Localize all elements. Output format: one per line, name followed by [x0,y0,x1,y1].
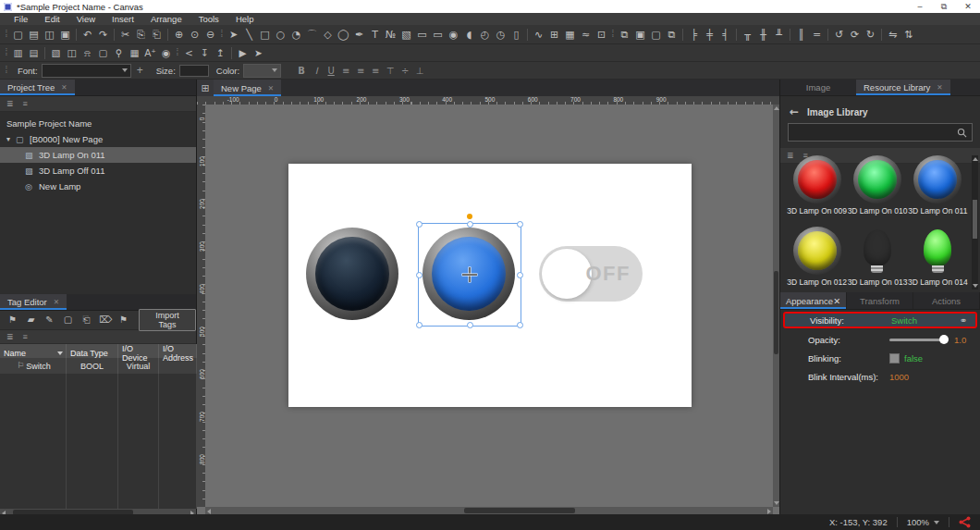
language-icon[interactable]: A⁺ [142,48,158,58]
menu-item[interactable]: View [68,14,104,24]
tag-visibility-icon[interactable]: ◉ [158,48,174,58]
maximize-button[interactable]: ⧉ [932,0,956,13]
rectangle-tool-icon[interactable]: □ [257,30,273,40]
visibility-property-row[interactable]: Visibility: Switch ⚭ [783,312,977,328]
schedule-icon[interactable]: ▦ [562,30,578,40]
blinking-checkbox[interactable] [889,353,900,364]
run-icon[interactable]: ➤ [251,48,266,58]
resize-handle-se[interactable] [517,322,523,328]
xy-chart-icon[interactable]: ≈ [578,30,594,40]
upload-icon[interactable]: ↥ [213,48,228,58]
expand-all-icon[interactable]: ≣ [6,332,14,341]
save-icon[interactable]: ◫ [42,30,57,40]
tree-item[interactable]: ▾ ▢ [B0000] New Page [0,131,196,147]
switch-tool-icon[interactable]: ◖ [461,30,477,40]
library-thumbnail[interactable]: 3D Lamp On 014 [908,227,968,290]
rotate-icon[interactable]: ⟳ [847,30,863,40]
pen-tool-icon[interactable]: ✒ [351,30,367,40]
report-icon[interactable]: ◫ [64,48,80,58]
menu-item[interactable]: File [6,14,36,24]
toggle-switch-object[interactable]: OFF [539,246,643,302]
flip-horizontal-icon[interactable]: ⇋ [885,30,900,40]
library-thumbnail[interactable]: 3D Lamp On 010 [848,155,908,218]
align-top-icon[interactable]: ╥ [740,30,755,40]
library-thumbnail[interactable]: 3D Lamp On 013 [848,227,908,290]
open-project-icon[interactable]: ▤ [26,30,42,40]
tab-tag-editor[interactable]: Tag Editor ✕ [0,294,67,310]
paste-icon[interactable]: ⎗ [149,30,165,40]
align-text-center-icon[interactable]: ≡ [353,66,368,76]
screen-tool-icon[interactable]: ▯ [508,30,524,40]
edit-box-tool-icon[interactable]: ▭ [430,30,446,40]
add-tag-icon[interactable]: ⚑ [6,315,18,325]
arc-tool-icon[interactable]: ⌒ [304,30,320,40]
row-view-icon[interactable]: ▤ [26,48,42,58]
tag-table-row[interactable]: ⚐Switch BOOL Virtual [0,358,196,374]
redo-icon[interactable]: ↷ [95,30,111,40]
line-tool-icon[interactable]: ╲ [241,30,257,40]
scroll-up-icon[interactable] [973,157,978,161]
close-button[interactable]: ✕ [956,0,980,13]
tree-item[interactable]: ◎ New Lamp [0,179,196,194]
scrollbar-thumb[interactable] [774,271,778,354]
select-cursor-icon[interactable]: ➤ [226,30,241,40]
lamp-off-object[interactable] [306,228,398,320]
properties-tab[interactable]: Transform [847,292,913,309]
blink-interval-value[interactable]: 1000 [889,372,909,382]
pie-tool-icon[interactable]: ◔ [288,30,304,40]
send-to-back-icon[interactable]: ⧉ [664,30,680,40]
resize-handle-s[interactable] [467,322,473,328]
rotate-ccw-icon[interactable]: ↺ [831,30,847,40]
rotate-cw-icon[interactable]: ↻ [863,30,878,40]
recipe-icon[interactable]: ▢ [95,48,111,58]
clock-tool-icon[interactable]: ◷ [493,30,508,40]
ellipse-tool-icon[interactable]: ○ [273,30,288,40]
menu-item[interactable]: Arrange [142,14,190,24]
numeric-display-icon[interactable]: № [383,30,398,40]
download-icon[interactable]: ↧ [197,48,213,58]
zoom-control[interactable]: 100% [898,517,949,527]
valign-top-icon[interactable]: ⊤ [383,66,398,76]
gauge-tool-icon[interactable]: ◴ [477,30,493,40]
align-bottom-icon[interactable]: ╨ [771,30,787,40]
export-tags-icon[interactable]: ⚑ [117,315,129,325]
opacity-slider[interactable] [889,339,945,341]
menu-item[interactable]: Tools [190,14,227,24]
tab-image[interactable]: Image [780,80,856,95]
copy-icon[interactable]: ⎘ [133,30,149,40]
browser-icon[interactable]: ⊡ [594,30,609,40]
library-thumbnail[interactable]: 3D Lamp On 012 [787,227,847,290]
library-scrollbar[interactable] [972,155,978,290]
properties-tab[interactable]: Actions [913,292,980,309]
ungroup-icon[interactable]: ▢ [648,30,664,40]
tab-project-tree[interactable]: Project Tree ✕ [0,80,75,95]
size-input[interactable] [179,65,209,77]
new-file-icon[interactable]: ▢ [10,30,26,40]
zoom-out-icon[interactable]: ⊖ [202,30,218,40]
canvas-vscrollbar[interactable] [773,105,779,507]
menu-item[interactable]: Insert [104,14,142,24]
align-middle-icon[interactable]: ╫ [755,30,771,40]
button-tool-icon[interactable]: ▭ [414,30,430,40]
trend-chart-icon[interactable]: ∿ [531,30,546,40]
minimize-button[interactable]: – [908,0,932,13]
page-canvas[interactable]: OFF [288,164,692,407]
menu-item[interactable]: Edit [36,14,67,24]
close-icon[interactable]: ✕ [61,83,67,92]
resize-handle-n[interactable] [467,221,473,228]
visibility-value[interactable]: Switch [891,315,917,326]
align-right-icon[interactable]: ╡ [717,30,733,40]
properties-tab[interactable]: Appearance ✕ [780,292,847,309]
align-center-icon[interactable]: ╪ [702,30,717,40]
close-icon[interactable]: ✕ [937,83,942,92]
add-font-icon[interactable]: + [137,64,143,77]
close-icon[interactable]: ✕ [54,298,59,306]
cut-icon[interactable]: ✂ [117,30,133,40]
canvas-viewport[interactable]: OFF [205,105,773,507]
align-left-icon[interactable]: ╞ [686,30,702,40]
flip-vertical-icon[interactable]: ⇅ [900,30,916,40]
expander-icon[interactable]: ▾ [6,135,16,143]
table-icon[interactable]: ⊞ [546,30,562,40]
align-text-left-icon[interactable]: ≡ [338,66,353,76]
alarm-icon[interactable]: ⍾ [80,48,95,58]
